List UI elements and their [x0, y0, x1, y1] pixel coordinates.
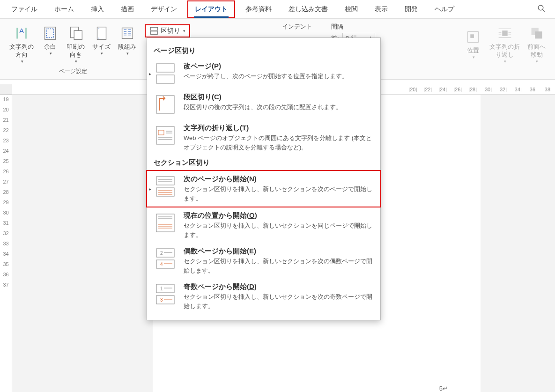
svg-text:4: 4: [160, 262, 163, 267]
tab-view[interactable]: 表示: [368, 1, 394, 17]
svg-rect-20: [156, 177, 174, 185]
chevron-down-icon: ▾: [21, 59, 23, 64]
margins-button[interactable]: 余白 ▾: [38, 22, 62, 58]
svg-text:2: 2: [160, 251, 163, 256]
svg-rect-6: [97, 27, 106, 40]
columns-icon: [118, 24, 136, 42]
svg-rect-3: [46, 29, 53, 38]
svg-rect-12: [502, 30, 507, 36]
svg-rect-25: [156, 260, 174, 268]
ribbon-tabs: ファイル ホーム 挿入 描画 デザイン レイアウト 参考資料 差し込み文書 校閲…: [0, 0, 555, 19]
columns-button[interactable]: 段組み ▾: [115, 22, 139, 58]
breaks-button[interactable]: 区切り ▾: [145, 24, 190, 37]
tab-home[interactable]: ホーム: [48, 1, 81, 17]
chevron-down-icon: ▾: [536, 59, 538, 64]
chevron-down-icon: ▾: [101, 51, 103, 56]
chevron-right-icon: ▸: [149, 186, 151, 192]
tab-layout[interactable]: レイアウト: [187, 0, 235, 18]
wrap-text-button[interactable]: 文字列の折り返し ▾: [487, 22, 523, 66]
ruler-corner: [0, 84, 12, 95]
search-icon[interactable]: [533, 1, 550, 17]
tab-draw[interactable]: 描画: [114, 1, 141, 17]
continuous-break-icon: [154, 211, 177, 235]
svg-rect-11: [470, 35, 474, 38]
svg-rect-14: [535, 31, 542, 38]
svg-rect-18: [156, 126, 174, 144]
chevron-down-icon: ▾: [183, 29, 185, 33]
vertical-ruler[interactable]: 19202122232425262728293031323334353637: [0, 95, 12, 392]
svg-text:3: 3: [160, 297, 163, 303]
svg-rect-8: [151, 28, 158, 31]
break-text-wrap-item[interactable]: 文字列の折り返し(T) Web ページのオブジェクトの周囲にある文字列を分離しま…: [147, 120, 380, 155]
odd-page-break-icon: 13: [154, 282, 177, 306]
group-label-page-setup: ページ設定: [59, 67, 87, 75]
breaks-icon: [149, 26, 159, 36]
group-arrange: 位置 ▾ 文字列の折り返し ▾ 前面へ移動 ▾: [459, 22, 551, 76]
indent-label: インデント: [282, 22, 312, 31]
break-odd-page-item[interactable]: 13 奇数ページから開始(D) セクション区切りを挿入し、新しいセクションを次の…: [147, 279, 380, 314]
page-break-icon: [154, 62, 177, 85]
chevron-down-icon: ▾: [126, 51, 129, 56]
section-breaks-header: セクション区切り: [147, 155, 380, 170]
svg-rect-27: [156, 284, 174, 293]
even-page-break-icon: 24: [154, 247, 177, 270]
svg-rect-29: [156, 296, 174, 304]
svg-rect-7: [122, 28, 133, 39]
size-icon: [93, 24, 111, 42]
text-direction-button[interactable]: A 文字列の方向 ▾: [7, 22, 37, 66]
chevron-down-icon: ▾: [50, 51, 52, 56]
chevron-right-icon: ▸: [149, 71, 151, 76]
tab-help[interactable]: ヘルプ: [428, 1, 461, 17]
tab-references[interactable]: 参考資料: [239, 1, 278, 17]
group-page-setup: A 文字列の方向 ▾ 余白 ▾ 印刷の向き ▾ サイズ ▾ 段組み: [4, 22, 142, 76]
break-even-page-item[interactable]: 24 偶数ページから開始(E) セクション区切りを挿入し、新しいセクションを次の…: [147, 243, 380, 279]
bring-forward-button[interactable]: 前面へ移動 ▾: [525, 22, 548, 66]
svg-rect-21: [156, 188, 174, 196]
bring-forward-icon: [528, 24, 546, 42]
tab-developer[interactable]: 開発: [398, 1, 424, 17]
orientation-icon: [67, 24, 85, 42]
size-button[interactable]: サイズ ▾: [89, 22, 113, 58]
break-continuous-item[interactable]: 現在の位置から開始(O) セクション区切りを挿入し、新しいセクションを同じページ…: [147, 207, 380, 243]
column-break-icon: [154, 93, 177, 116]
svg-rect-15: [156, 64, 174, 72]
svg-point-0: [538, 5, 543, 10]
tab-mailings[interactable]: 差し込み文書: [282, 1, 334, 17]
page-number: 5↵: [439, 385, 448, 392]
margins-icon: [41, 24, 59, 42]
svg-text:1: 1: [160, 286, 163, 291]
tab-design[interactable]: デザイン: [144, 1, 184, 17]
tab-review[interactable]: 校閲: [338, 1, 364, 17]
wrap-text-icon: [496, 24, 514, 42]
chevron-down-icon: ▾: [504, 59, 506, 64]
tab-insert[interactable]: 挿入: [84, 1, 111, 17]
svg-rect-16: [156, 75, 174, 83]
chevron-down-icon: ▾: [75, 59, 77, 64]
svg-text:A: A: [19, 27, 24, 35]
spacing-label: 間隔: [331, 22, 375, 31]
svg-rect-23: [156, 249, 174, 257]
tab-file[interactable]: ファイル: [5, 1, 44, 17]
svg-rect-5: [74, 30, 82, 39]
breaks-dropdown: ページ区切り ▸ 改ページ(P) ページが終了し、次のページが開始する位置を指定…: [147, 37, 381, 320]
position-icon: [464, 28, 482, 46]
break-page-item[interactable]: ▸ 改ページ(P) ページが終了し、次のページが開始する位置を指定します。: [147, 58, 380, 89]
position-button[interactable]: 位置 ▾: [461, 22, 485, 66]
break-next-page-item[interactable]: ▸ 次のページから開始(N) セクション区切りを挿入し、新しいセクションを次のペ…: [146, 170, 381, 207]
page-breaks-header: ページ区切り: [147, 44, 380, 58]
break-column-item[interactable]: 段区切り(C) 段区切りの後の文字列は、次の段の先頭に配置されます。: [147, 89, 380, 120]
text-wrap-break-icon: [154, 124, 177, 147]
text-direction-icon: A: [13, 24, 30, 42]
svg-rect-9: [151, 31, 158, 35]
next-page-break-icon: [154, 175, 177, 198]
chevron-down-icon: ▾: [473, 55, 475, 59]
orientation-button[interactable]: 印刷の向き ▾: [64, 22, 88, 66]
